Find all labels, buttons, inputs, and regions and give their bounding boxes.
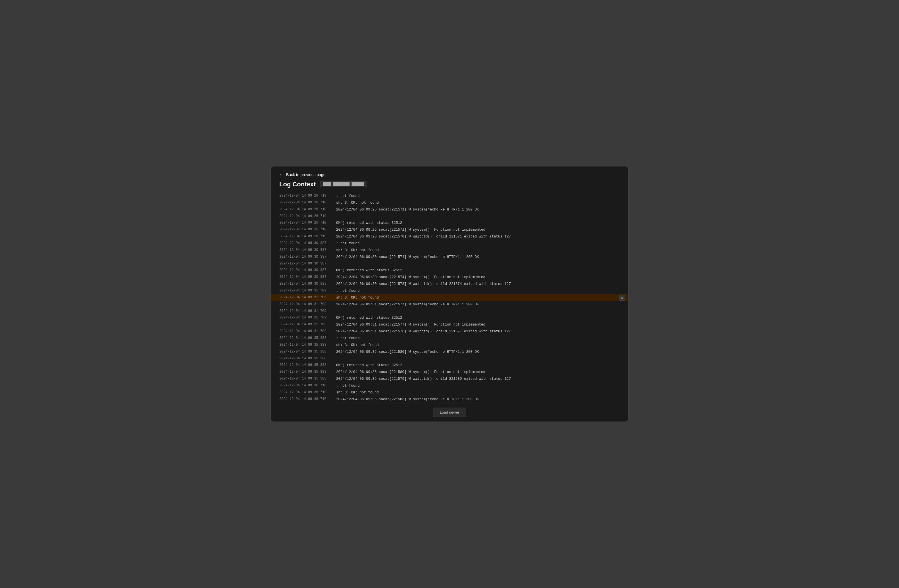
log-line: 2024-12-04 14:09:31.7092024/12/04 06:09:… — [271, 328, 628, 335]
log-message: : not found — [336, 383, 620, 389]
log-line: 2024-12-04 14:09:30.3882024/12/04 06:09:… — [271, 281, 628, 287]
log-timestamp: 2024-12-04 14:09:30.387 — [279, 261, 336, 267]
log-timestamp: 2024-12-04 14:09:26.710 — [279, 214, 336, 219]
log-message: 2024/12/04 06:09:26 socat[221570] W wait… — [336, 234, 620, 239]
log-message: 2024/12/04 06:09:30 socat[221574] W syst… — [336, 275, 620, 280]
log-line: 2024-12-04 14:09:35.3882024/12/04 06:09:… — [271, 369, 628, 375]
log-line: 2024-12-04 14:09:26.710 — [271, 213, 628, 219]
log-timestamp: 2024-12-04 14:09:30.387 — [279, 247, 336, 253]
log-timestamp: 2024-12-04 14:09:36.710 — [279, 397, 336, 402]
header: ← Back to previous page Log Context ████… — [271, 167, 628, 193]
log-timestamp: 2024-12-04 14:09:31.709 — [279, 288, 336, 293]
log-line: 2024-12-04 14:09:31.709sh: 3: OK: not fo… — [271, 294, 628, 301]
log-line: 2024-12-04 14:09:35.3882024/12/04 06:09:… — [271, 375, 628, 382]
log-timestamp: 2024-12-04 14:09:30.388 — [279, 281, 336, 287]
log-container[interactable]: 2024-12-04 14:09:26.710: not found2024-1… — [271, 193, 628, 403]
log-message: 2024/12/04 06:09:35 socat[221580] W syst… — [336, 369, 620, 375]
log-timestamp: 2024-12-04 14:09:35.388 — [279, 335, 336, 341]
log-message: 2024/12/04 06:09:26 socat[221571] W syst… — [336, 227, 620, 233]
page-title: Log Context — [279, 181, 316, 188]
log-timestamp: 2024-12-04 14:09:36.710 — [279, 383, 336, 388]
log-line: 2024-12-04 14:09:31.709OK") returned wit… — [271, 315, 628, 321]
log-message: sh: 3: OK: not found — [336, 247, 620, 253]
page-title-row: Log Context ████ ████████ ██████ — [279, 181, 620, 188]
log-line: 2024-12-04 14:09:30.387OK") returned wit… — [271, 267, 628, 274]
log-message: 2024/12/04 06:09:35 socat[221580] W syst… — [336, 349, 620, 355]
log-line: 2024-12-04 14:09:35.388sh: 3: OK: not fo… — [271, 342, 628, 349]
log-line: 2024-12-04 14:09:35.388OK") returned wit… — [271, 362, 628, 369]
log-message: : not found — [336, 288, 620, 294]
log-timestamp: 2024-12-04 14:09:26.710 — [279, 200, 336, 205]
log-message: 2024/12/04 06:09:31 socat[221577] W syst… — [336, 322, 620, 327]
log-line: 2024-12-04 14:09:31.709 — [271, 308, 628, 315]
log-message: : not found — [336, 193, 620, 199]
log-timestamp: 2024-12-04 14:09:30.387 — [279, 254, 336, 259]
log-message: 2024/12/04 06:09:30 socat[221574] W syst… — [336, 254, 620, 260]
log-line: 2024-12-04 14:09:35.388 — [271, 355, 628, 362]
log-timestamp: 2024-12-04 14:09:26.710 — [279, 227, 336, 232]
log-timestamp: 2024-12-04 14:09:35.388 — [279, 356, 336, 361]
log-line: 2024-12-04 14:09:36.7102024/12/04 06:09:… — [271, 396, 628, 403]
log-line: 2024-12-04 14:09:31.7092024/12/04 06:09:… — [271, 301, 628, 308]
log-timestamp: 2024-12-04 14:09:35.388 — [279, 342, 336, 348]
log-message: 2024/12/04 06:09:31 socat[221576] W wait… — [336, 329, 620, 334]
log-timestamp: 2024-12-04 14:09:31.709 — [279, 302, 336, 307]
log-line: 2024-12-04 14:09:31.7092024/12/04 06:09:… — [271, 321, 628, 328]
log-timestamp: 2024-12-04 14:09:26.710 — [279, 193, 336, 199]
log-timestamp: 2024-12-04 14:09:31.709 — [279, 309, 336, 314]
log-timestamp: 2024-12-04 14:09:31.709 — [279, 329, 336, 334]
log-timestamp: 2024-12-04 14:09:26.710 — [279, 234, 336, 239]
footer: Load newer — [271, 403, 628, 421]
log-timestamp: 2024-12-04 14:09:30.387 — [279, 275, 336, 280]
log-line: 2024-12-04 14:09:36.710sh: 3: OK: not fo… — [271, 389, 628, 396]
log-timestamp: 2024-12-04 14:09:31.709 — [279, 295, 336, 300]
log-line: 2024-12-04 14:09:26.710OK") returned wit… — [271, 219, 628, 226]
back-button[interactable]: ← Back to previous page — [279, 172, 326, 177]
log-message: OK") returned with status 32512 — [336, 220, 620, 226]
log-line: 2024-12-04 14:09:26.7102024/12/04 06:09:… — [271, 206, 628, 213]
log-message: 2024/12/04 06:09:26 socat[221571] W syst… — [336, 207, 620, 213]
log-line: 2024-12-04 14:09:30.387sh: 3: OK: not fo… — [271, 247, 628, 254]
log-timestamp: 2024-12-04 14:09:35.388 — [279, 363, 336, 368]
log-line: 2024-12-04 14:09:36.710: not found — [271, 382, 628, 389]
back-button-label: Back to previous page — [286, 173, 326, 177]
log-timestamp: 2024-12-04 14:09:35.388 — [279, 349, 336, 355]
log-line: 2024-12-04 14:09:26.7102024/12/04 06:09:… — [271, 233, 628, 240]
log-timestamp: 2024-12-04 14:09:35.388 — [279, 369, 336, 375]
log-message: 2024/12/04 06:09:35 socat[221579] W wait… — [336, 376, 620, 382]
log-line: 2024-12-04 14:09:35.388: not found — [271, 335, 628, 342]
log-line: 2024-12-04 14:09:26.710sh: 3: OK: not fo… — [271, 199, 628, 206]
log-message: sh: 3: OK: not found — [336, 342, 620, 348]
log-message: 2024/12/04 06:09:30 socat[221573] W wait… — [336, 281, 620, 287]
log-message: 2024/12/04 06:09:36 socat[221583] W syst… — [336, 397, 620, 402]
log-message: OK") returned with status 32512 — [336, 315, 620, 321]
log-message: OK") returned with status 32512 — [336, 363, 620, 368]
log-line: 2024-12-04 14:09:35.3882024/12/04 06:09:… — [271, 349, 628, 355]
back-arrow-icon: ← — [279, 172, 284, 177]
log-timestamp: 2024-12-04 14:09:35.388 — [279, 376, 336, 381]
copy-button[interactable]: ⧉ — [619, 295, 626, 301]
log-message: : not found — [336, 335, 620, 341]
log-timestamp: 2024-12-04 14:09:30.387 — [279, 241, 336, 246]
log-line: 2024-12-04 14:09:30.3872024/12/04 06:09:… — [271, 254, 628, 261]
load-newer-button[interactable]: Load newer — [433, 407, 466, 417]
log-line: 2024-12-04 14:09:26.7102024/12/04 06:09:… — [271, 226, 628, 233]
log-timestamp: 2024-12-04 14:09:36.710 — [279, 390, 336, 395]
log-message: 2024/12/04 06:09:31 socat[221577] W syst… — [336, 302, 620, 307]
log-timestamp: 2024-12-04 14:09:26.710 — [279, 207, 336, 212]
log-message: : not found — [336, 241, 620, 246]
log-line: 2024-12-04 14:09:26.710: not found — [271, 193, 628, 199]
log-context-window: ← Back to previous page Log Context ████… — [270, 166, 629, 422]
log-line: 2024-12-04 14:09:30.387 — [271, 261, 628, 267]
log-timestamp: 2024-12-04 14:09:31.709 — [279, 322, 336, 327]
log-message: sh: 3: OK: not found — [336, 295, 620, 301]
log-timestamp: 2024-12-04 14:09:31.709 — [279, 315, 336, 320]
log-timestamp: 2024-12-04 14:09:26.710 — [279, 220, 336, 225]
log-line: 2024-12-04 14:09:30.3872024/12/04 06:09:… — [271, 274, 628, 281]
log-line: 2024-12-04 14:09:31.709: not found — [271, 287, 628, 294]
log-message: OK") returned with status 32512 — [336, 268, 620, 273]
log-message: sh: 3: OK: not found — [336, 390, 620, 395]
title-badge: ████ ████████ ██████ — [320, 182, 367, 187]
log-timestamp: 2024-12-04 14:09:30.387 — [279, 268, 336, 273]
log-line: 2024-12-04 14:09:30.387: not found — [271, 240, 628, 247]
